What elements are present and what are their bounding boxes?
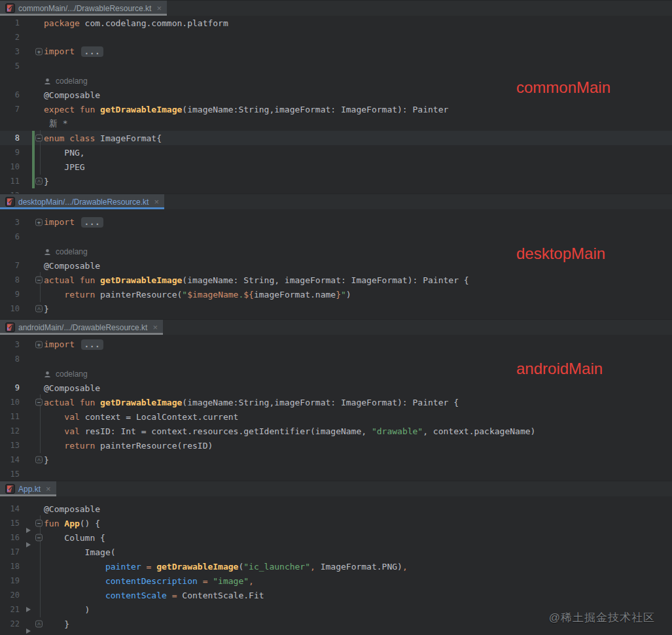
tab-title: desktopMain/.../DrawableResource.kt	[18, 197, 149, 207]
code-token: return	[64, 290, 100, 300]
code-line[interactable]: 15−fun App() {	[0, 516, 672, 530]
tab-close-icon[interactable]: ×	[154, 197, 159, 206]
fold-expand-icon[interactable]: +	[35, 341, 43, 349]
fold-expand-icon[interactable]: +	[35, 219, 43, 226]
code-line[interactable]: 18 painter = getDrawableImage("ic_launch…	[0, 559, 672, 574]
code-line[interactable]: 7expect fun getDrawableImage(imageName:S…	[0, 102, 672, 116]
code-line[interactable]: 8−enum class ImageFormat{	[0, 131, 672, 145]
code-line[interactable]: 10˄}	[0, 301, 672, 316]
code-line[interactable]: 8	[0, 352, 672, 366]
tab-commonmain-drawableresource[interactable]: commonMain/.../DrawableResource.kt ×	[0, 1, 167, 16]
folded-import-chip[interactable]: ...	[81, 46, 104, 57]
code-line[interactable]: 6	[0, 230, 672, 244]
fold-collapse-icon[interactable]: −	[35, 520, 43, 527]
code-token: "	[341, 290, 346, 300]
code-line[interactable]: 14˄}	[0, 453, 672, 467]
line-number: 6	[0, 232, 20, 241]
code-line[interactable]: 11 val context = LocalContext.current	[0, 409, 672, 424]
code-area[interactable]: 3+import ...8codelang9@Composable10−actu…	[0, 335, 672, 481]
fold-collapse-icon[interactable]: ˄	[35, 621, 43, 628]
code-line[interactable]: 9@Composable	[0, 381, 672, 395]
tab-close-icon[interactable]: ×	[156, 4, 162, 12]
gutter: +	[20, 337, 44, 352]
line-number: 9	[0, 290, 20, 299]
folded-import-chip[interactable]: ...	[81, 339, 104, 350]
fold-collapse-icon[interactable]: ˄	[35, 178, 43, 185]
line-number: 9	[0, 148, 20, 157]
fold-collapse-icon[interactable]: ˄	[35, 456, 43, 464]
fold-guide-line	[40, 409, 41, 424]
tab-close-icon[interactable]: ×	[46, 485, 51, 493]
code-line[interactable]: 3+import ...	[0, 215, 672, 230]
code-token: =	[203, 576, 213, 586]
code-token: contentDescription	[105, 576, 198, 586]
code-text: painter = getDrawableImage("ic_launcher"…	[44, 562, 408, 572]
code-line[interactable]: 3+import ...	[0, 44, 672, 59]
code-line[interactable]: codelang	[0, 366, 672, 381]
gutter	[20, 16, 44, 30]
code-line[interactable]: 9 return painterResource("$imageName.${i…	[0, 287, 672, 301]
fold-expand-icon[interactable]: +	[35, 48, 43, 56]
code-token	[75, 46, 80, 56]
fold-collapse-icon[interactable]: −	[35, 399, 43, 406]
line-number: 9	[0, 383, 20, 392]
code-text: return painterResource(resID)	[44, 441, 213, 451]
run-marker-icon[interactable]	[26, 628, 31, 634]
gutter: ˄	[20, 301, 44, 316]
code-line[interactable]: 2	[0, 30, 672, 44]
code-token: actual fun	[44, 398, 100, 407]
code-token: getDrawableImage	[156, 562, 238, 572]
code-line[interactable]: 12	[0, 188, 672, 194]
author-icon	[44, 371, 51, 378]
vcs-change-bar	[32, 174, 35, 188]
code-line[interactable]: 6@Composable	[0, 88, 672, 102]
code-line[interactable]: 19 contentDescription = "image",	[0, 574, 672, 588]
code-line[interactable]: 12 val resID: Int = context.resources.ge…	[0, 424, 672, 438]
code-line[interactable]: 17 Image(	[0, 545, 672, 559]
code-token	[44, 412, 64, 422]
tab-title: androidMain/.../DrawableResource.kt	[18, 323, 147, 332]
gutter	[20, 160, 44, 174]
fold-collapse-icon[interactable]: −	[35, 534, 43, 541]
fold-collapse-icon[interactable]: −	[35, 277, 43, 284]
code-line[interactable]: 8−actual fun getDrawableImage(imageName:…	[0, 273, 672, 287]
tab-androidmain-drawableresource[interactable]: androidMain/.../DrawableResource.kt ×	[0, 320, 163, 335]
code-area[interactable]: 3+import ...6codelang7@Composable8−actua…	[0, 209, 672, 316]
fold-collapse-icon[interactable]: −	[35, 135, 43, 142]
code-line[interactable]: 16− Column {	[0, 530, 672, 545]
code-area[interactable]: 1package com.codelang.common.platform23+…	[0, 16, 672, 194]
code-text: val resID: Int = context.resources.getId…	[44, 426, 535, 436]
gutter	[20, 244, 44, 258]
tab-desktopmain-drawableresource[interactable]: desktopMain/.../DrawableResource.kt ×	[0, 194, 164, 209]
code-line[interactable]: 11˄}	[0, 174, 672, 188]
code-token: resID: Int = context.resources.getIdenti…	[85, 426, 372, 436]
gutter	[20, 381, 44, 395]
code-line[interactable]: 14@Composable	[0, 502, 672, 516]
code-token: expect fun	[44, 105, 100, 114]
tab-app-kt[interactable]: App.kt ×	[0, 481, 56, 496]
code-line[interactable]: codelang	[0, 244, 672, 258]
code-line[interactable]: 3+import ...	[0, 337, 672, 352]
code-line[interactable]: 15	[0, 467, 672, 481]
code-text: codelang	[44, 76, 88, 86]
code-line[interactable]: 10 JPEG	[0, 160, 672, 174]
code-line[interactable]: 1package com.codelang.common.platform	[0, 16, 672, 30]
folded-import-chip[interactable]: ...	[81, 217, 104, 228]
kotlin-file-icon	[5, 484, 15, 494]
code-line[interactable]: 5	[0, 59, 672, 73]
code-line[interactable]: 20 contentScale = ContentScale.Fit	[0, 588, 672, 602]
code-token: Column {	[44, 533, 105, 543]
tab-close-icon[interactable]: ×	[152, 323, 158, 332]
code-line[interactable]: codelang	[0, 73, 672, 88]
run-marker-icon[interactable]	[26, 607, 31, 612]
code-line[interactable]: 新 *	[0, 116, 672, 131]
code-token	[44, 576, 105, 586]
code-token: ,	[402, 562, 408, 572]
code-line[interactable]: 7@Composable	[0, 258, 672, 273]
editor-pane-androidmain: androidMain/.../DrawableResource.kt × 3+…	[0, 319, 672, 481]
fold-collapse-icon[interactable]: ˄	[35, 305, 43, 313]
gutter: −	[20, 516, 44, 530]
code-line[interactable]: 10−actual fun getDrawableImage(imageName…	[0, 395, 672, 409]
code-line[interactable]: 9 PNG,	[0, 145, 672, 160]
code-line[interactable]: 13 return painterResource(resID)	[0, 438, 672, 453]
